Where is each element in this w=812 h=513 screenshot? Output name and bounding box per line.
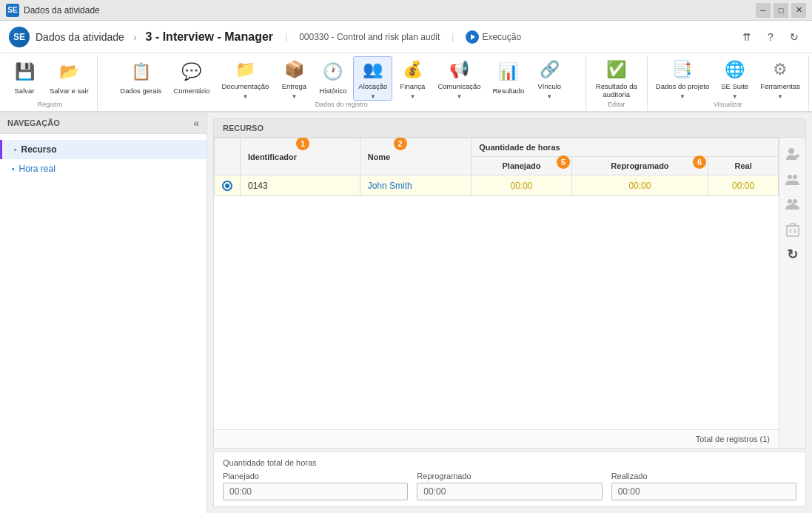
table-row[interactable]: 0143 John Smith 00:00 00:00 00:00 <box>215 175 779 196</box>
financa-label: Finança <box>400 82 425 90</box>
alocacao-label: Alocação <box>358 82 387 90</box>
visualizar-items: 📑 Dados do projeto ▼ 🌐 SE Suite ▼ ⚙ Ferr… <box>651 56 805 101</box>
resultado-auditoria-button[interactable]: ✅ Resultado da auditoria <box>589 56 644 101</box>
dados-gerais-button[interactable]: 📋 Dados gerais <box>115 56 167 101</box>
close-button[interactable]: ✕ <box>791 3 806 18</box>
footer-planejado-field: Planejado <box>223 472 408 500</box>
nome-value: John Smith <box>368 181 412 191</box>
app-name: Dados da atividade <box>36 31 124 43</box>
se-suite-label: SE Suite <box>721 82 748 90</box>
comunicacao-button[interactable]: 📢 Comunicação ▼ <box>432 56 486 101</box>
dados-items: 📋 Dados gerais 💬 Comentário 📁 Documentaç… <box>115 56 568 101</box>
resultado-auditoria-icon: ✅ <box>605 60 628 79</box>
footer-realizado-input[interactable] <box>611 483 796 500</box>
vinculo-label: Vínculo <box>537 82 561 90</box>
svg-point-0 <box>788 148 794 154</box>
title-bar-text: Dados da atividade <box>24 5 756 16</box>
collapse-icon[interactable]: ⇈ <box>738 28 756 46</box>
add-all-button[interactable] <box>782 194 803 215</box>
id-cell: 0143 <box>241 175 360 196</box>
breadcrumb-arrow: › <box>133 31 137 43</box>
footer-reprogramado-input[interactable] <box>417 483 602 500</box>
delete-icon <box>786 222 799 237</box>
refresh-table-button[interactable]: ↻ <box>782 244 803 265</box>
add-person-icon <box>785 147 800 161</box>
real-header: Real <box>708 157 779 175</box>
vinculo-button[interactable]: 🔗 Vínculo ▼ <box>531 56 568 101</box>
badge-1: 1 <box>296 138 309 150</box>
sidebar-header: NAVEGAÇÃO « <box>0 113 207 134</box>
salvar-sair-label: Salvar e sair <box>50 87 89 95</box>
footer-reprogramado-label: Reprogramado <box>417 472 602 480</box>
toolbar: 💾 Salvar 📂 Salvar e sair Registro 📋 Dado… <box>0 53 812 113</box>
recurso-label: Recurso <box>21 144 57 155</box>
maximize-button[interactable]: □ <box>774 3 788 18</box>
toolbar-group-editar: ✅ Resultado da auditoria Editar <box>586 56 648 111</box>
add-group-button[interactable] <box>782 169 803 190</box>
alocacao-icon: 👥 <box>361 60 385 79</box>
radio-header <box>215 138 241 175</box>
salvar-sair-button[interactable]: 📂 Salvar e sair <box>44 56 94 101</box>
editar-group-label: Editar <box>589 101 644 108</box>
se-suite-icon: 🌐 <box>723 60 747 79</box>
add-group-icon <box>785 172 800 187</box>
comentario-button[interactable]: 💬 Comentário <box>168 56 215 101</box>
documentacao-icon: 📁 <box>233 60 257 79</box>
svg-rect-9 <box>787 226 799 236</box>
badge-2: 2 <box>394 138 407 150</box>
header-right-icons: ⇈ ? ↻ <box>738 28 803 46</box>
salvar-label: Salvar <box>15 87 35 95</box>
sidebar: NAVEGAÇÃO « • Recurso • Hora real <box>0 113 207 513</box>
footer-group-label: Quantidade total de horas <box>223 458 796 467</box>
reprogramado-header: Reprogramado 6 <box>571 157 708 175</box>
sidebar-item-recurso[interactable]: • Recurso <box>0 140 207 159</box>
toolbar-group-visualizar: 📑 Dados do projeto ▼ 🌐 SE Suite ▼ ⚙ Ferr… <box>648 56 809 111</box>
svg-point-3 <box>788 175 792 179</box>
exec-label: Execução <box>482 32 521 42</box>
se-suite-arrow: ▼ <box>732 93 738 100</box>
planejado-header: Planejado 5 <box>472 157 572 175</box>
table-scroll: Identificador 1 Nome 2 Quantidade de hor… <box>214 138 779 429</box>
resultado-auditoria-label: Resultado da auditoria <box>594 82 639 99</box>
alocacao-button[interactable]: 👥 Alocação ▼ <box>353 56 392 101</box>
radio-button[interactable] <box>222 181 232 191</box>
resource-table: Identificador 1 Nome 2 Quantidade de hor… <box>214 138 779 196</box>
financa-button[interactable]: 💰 Finança ▼ <box>394 56 431 101</box>
svg-point-4 <box>793 175 797 179</box>
vinculo-icon: 🔗 <box>537 60 561 79</box>
footer-fields: Planejado Reprogramado Realizado <box>223 472 796 500</box>
historico-button[interactable]: 🕐 Histórico <box>314 56 352 101</box>
refresh-header-icon[interactable]: ↻ <box>785 28 803 46</box>
sidebar-collapse-button[interactable]: « <box>193 117 199 129</box>
dados-projeto-label: Dados do projeto <box>656 82 709 90</box>
exec-play-icon[interactable] <box>466 30 479 44</box>
project-name: 000330 - Control and risk plan audit <box>299 32 440 42</box>
badge-6: 6 <box>693 155 706 169</box>
ferramentas-button[interactable]: ⚙ Ferramentas ▼ <box>755 56 805 101</box>
add-person-button[interactable] <box>782 144 803 164</box>
toolbar-group-dados: 📋 Dados gerais 💬 Comentário 📁 Documentaç… <box>98 56 586 111</box>
panel-title: RECURSO <box>223 124 264 133</box>
dados-projeto-button[interactable]: 📑 Dados do projeto ▼ <box>651 56 714 101</box>
entrega-button[interactable]: 📦 Entrega ▼ <box>275 56 312 101</box>
header-bar: SE Dados da atividade › 3 - Interview - … <box>0 21 812 53</box>
footer-planejado-input[interactable] <box>223 483 408 500</box>
sidebar-item-hora-real[interactable]: • Hora real <box>0 159 207 178</box>
minimize-button[interactable]: ─ <box>756 3 771 18</box>
add-all-icon <box>785 197 800 212</box>
documentacao-label: Documentação <box>221 82 269 90</box>
delete-button[interactable] <box>782 219 803 240</box>
app-icon: SE <box>6 4 19 17</box>
salvar-button[interactable]: 💾 Salvar <box>6 56 43 101</box>
resultado-button[interactable]: 📊 Resultado <box>487 56 529 101</box>
entrega-arrow: ▼ <box>291 93 297 100</box>
sidebar-title: NAVEGAÇÃO <box>7 118 60 127</box>
right-actions: ↻ <box>779 138 805 448</box>
documentacao-button[interactable]: 📁 Documentação ▼ <box>216 56 274 101</box>
help-icon[interactable]: ? <box>762 28 779 46</box>
exec-section: Execução <box>466 30 521 44</box>
se-suite-button[interactable]: 🌐 SE Suite ▼ <box>716 56 754 101</box>
identificador-col-label: Identificador <box>248 152 297 161</box>
radio-cell[interactable] <box>215 175 241 196</box>
main-layout: NAVEGAÇÃO « • Recurso • Hora real RECURS… <box>0 113 812 513</box>
